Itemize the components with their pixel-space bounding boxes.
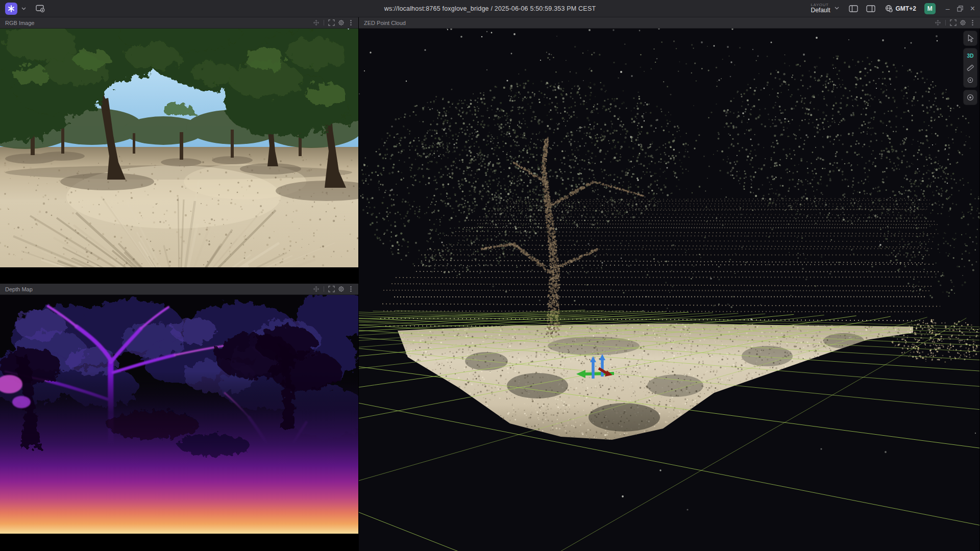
focus-camera-button[interactable] bbox=[965, 92, 976, 103]
point-cloud-canvas bbox=[359, 29, 979, 551]
settings-gear-icon bbox=[338, 286, 345, 292]
layout-selector[interactable]: LAYOUT Default bbox=[811, 3, 839, 14]
layout-value: Default bbox=[811, 7, 830, 14]
record-center-button[interactable] bbox=[965, 74, 976, 86]
depth-map-panel-header: Depth Map bbox=[0, 284, 358, 295]
panel-menu-button[interactable] bbox=[968, 18, 977, 27]
move-panel-button[interactable] bbox=[934, 18, 942, 27]
app-logo-icon bbox=[8, 5, 15, 12]
add-panel-icon bbox=[36, 5, 45, 12]
app-menu-chevron[interactable] bbox=[21, 7, 26, 10]
more-menu-icon bbox=[969, 19, 976, 26]
move-panel-button[interactable] bbox=[312, 285, 321, 293]
chevron-down-icon bbox=[835, 7, 839, 10]
restore-button[interactable] bbox=[957, 6, 963, 12]
fullscreen-button[interactable] bbox=[327, 285, 336, 293]
chevron-down-icon bbox=[21, 7, 26, 10]
move-panel-icon bbox=[313, 286, 320, 292]
more-menu-icon bbox=[348, 286, 354, 292]
fullscreen-button[interactable] bbox=[949, 18, 958, 27]
add-panel-button[interactable] bbox=[34, 3, 46, 14]
more-menu-icon bbox=[348, 19, 354, 26]
left-sidebar-icon bbox=[849, 5, 858, 12]
fullscreen-icon bbox=[328, 286, 335, 292]
move-panel-icon bbox=[313, 19, 320, 26]
minimize-button[interactable]: – bbox=[946, 5, 950, 12]
move-panel-button[interactable] bbox=[312, 18, 321, 27]
pointer-icon bbox=[967, 34, 974, 42]
right-sidebar-icon bbox=[866, 5, 875, 12]
point-cloud-3d-view[interactable]: 3D bbox=[359, 29, 980, 551]
panel-menu-button[interactable] bbox=[347, 18, 355, 27]
view-toolbar: 3D bbox=[964, 31, 977, 105]
depth-map-panel: Depth Map bbox=[0, 284, 358, 551]
panel-settings-button[interactable] bbox=[959, 18, 967, 27]
panel-title: RGB Image bbox=[5, 20, 34, 26]
move-panel-icon bbox=[935, 19, 941, 26]
panel-layout: RGB Image bbox=[0, 17, 980, 551]
fullscreen-button[interactable] bbox=[327, 18, 336, 27]
left-column: RGB Image bbox=[0, 17, 359, 551]
measure-icon bbox=[966, 64, 974, 72]
view-mode-3d-badge: 3D bbox=[967, 53, 974, 59]
rgb-image-panel-header: RGB Image bbox=[0, 17, 358, 29]
user-avatar[interactable]: M bbox=[924, 3, 936, 14]
panel-title: Depth Map bbox=[5, 286, 33, 292]
timezone-selector[interactable]: GMT+2 bbox=[885, 5, 916, 12]
view-mode-3d-button[interactable]: 3D bbox=[965, 50, 976, 61]
timezone-value: GMT+2 bbox=[896, 5, 916, 12]
fullscreen-icon bbox=[328, 19, 335, 26]
point-cloud-panel-header: ZED Point Cloud bbox=[359, 17, 980, 29]
foxglove-app: ws://localhost:8765 foxglove_bridge / 20… bbox=[0, 0, 980, 551]
fullscreen-icon bbox=[950, 19, 957, 26]
measure-tool-button[interactable] bbox=[965, 62, 976, 73]
panel-settings-button[interactable] bbox=[337, 285, 346, 293]
panel-actions-divider bbox=[324, 286, 324, 292]
focus-target-icon bbox=[966, 93, 974, 102]
connection-title[interactable]: ws://localhost:8765 foxglove_bridge / 20… bbox=[384, 5, 596, 12]
panel-actions-divider bbox=[945, 20, 946, 26]
pointer-tool-button[interactable] bbox=[965, 33, 976, 44]
app-logo-button[interactable] bbox=[5, 3, 17, 15]
point-cloud-panel: ZED Point Cloud bbox=[359, 17, 980, 551]
rgb-image-panel: RGB Image bbox=[0, 17, 358, 284]
depth-map-view[interactable] bbox=[0, 295, 358, 551]
settings-gear-icon bbox=[960, 19, 966, 26]
timezone-globe-icon bbox=[885, 5, 893, 12]
panel-menu-button[interactable] bbox=[347, 285, 355, 293]
restore-icon bbox=[957, 6, 963, 12]
panel-settings-button[interactable] bbox=[337, 18, 346, 27]
rgb-image-view[interactable] bbox=[0, 29, 358, 284]
left-sidebar-toggle[interactable] bbox=[847, 4, 860, 14]
settings-gear-icon bbox=[338, 19, 345, 26]
topbar: ws://localhost:8765 foxglove_bridge / 20… bbox=[0, 0, 980, 17]
panel-title: ZED Point Cloud bbox=[364, 20, 406, 26]
panel-actions-divider bbox=[324, 20, 324, 26]
right-sidebar-toggle[interactable] bbox=[865, 4, 877, 14]
record-icon bbox=[967, 77, 974, 84]
close-button[interactable]: × bbox=[970, 5, 975, 13]
depth-image bbox=[0, 295, 358, 534]
rgb-camera-image bbox=[0, 29, 358, 267]
